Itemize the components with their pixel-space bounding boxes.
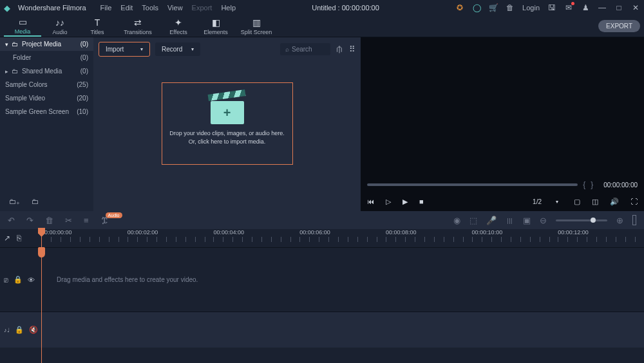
titlebar-right: ✪ ◯ 🛒 🗑 Login 🖫 ✉ ♟ — □ ✕ [455,3,640,12]
stop-icon[interactable]: ■ [419,198,424,205]
sidebar-item-project-media[interactable]: ▾ 🗀 Project Media (0) [0,37,93,51]
titles-icon: T [95,17,100,28]
tab-media[interactable]: ▭ Media [4,15,41,37]
track-lock-icon[interactable]: 🔒 [15,326,24,334]
trash-icon[interactable]: 🗑 [45,216,53,225]
undo-icon[interactable]: ↶ [8,216,15,225]
zoom-fit-icon[interactable] [632,215,636,225]
preview-panel: {} 00:00:00:00 ⏮ ▷ ▶ ■ 1/2 ▾ ▢ ◫ 🔊 ⛶ [361,37,644,211]
tab-transitions[interactable]: ⇄ Transitions [116,15,160,37]
timeline-link-icon[interactable]: ⎘ [17,234,21,243]
prev-frame-icon[interactable]: ⏮ [367,198,374,205]
sidebar-item-shared-media[interactable]: ▸ 🗀 Shared Media (0) [0,64,93,78]
window-close-icon[interactable]: ✕ [631,3,640,12]
delete-icon[interactable]: 🗑 [506,3,515,12]
sidebar-item-sample-video[interactable]: Sample Video (20) [0,91,93,105]
redo-icon[interactable]: ↷ [26,216,33,225]
fullscreen-icon[interactable]: ⛶ [630,198,638,205]
window-minimize-icon[interactable]: — [598,3,607,12]
preview-screen [361,37,644,178]
folder-icon: 🗀 [12,68,19,75]
audio-track-icon[interactable]: ♪♩ [4,327,10,333]
sidebar-footer: 🗀₊ 🗀 [0,192,48,211]
sidebar-item-sample-green-screen[interactable]: Sample Green Screen (10) [0,105,93,118]
media-sidebar: ▾ 🗀 Project Media (0) Folder (0) ▸ 🗀 Sha… [0,37,93,211]
effects-icon: ✦ [175,17,182,28]
filter-icon[interactable]: ⫛ [336,44,344,54]
track-visibility-icon[interactable]: 👁 [28,276,35,284]
media-content: Import ▾ Record ▾ ⌕ Search ⫛ ⠿ + Drop yo… [93,37,361,211]
scrubber-track[interactable] [367,183,578,186]
media-icon: ▭ [19,17,27,27]
menu-file[interactable]: File [100,4,112,12]
split-screen-icon: ▥ [252,17,261,28]
list-icon[interactable]: ≡ [84,216,89,225]
app-logo-icon: ◆ [4,3,10,13]
track-settings-icon[interactable]: ⎚ [4,276,8,284]
export-button[interactable]: EXPORT [598,20,640,32]
marker-icon[interactable]: ⬚ [469,216,477,225]
dropzone-text: Drop your video clips, images, or audio … [169,129,285,145]
render-icon[interactable]: ◉ [453,216,460,225]
audio-icon: ♪♪ [55,17,64,28]
zoom-in-icon[interactable]: ⊕ [616,216,623,225]
ruler-scale[interactable]: 00:00:00:00 00:00:02:00 00:00:04:00 00:0… [41,229,644,247]
timeline-ruler: ↗ ⎘ 00:00:00:00 00:00:02:00 00:00:04:00 … [0,229,644,247]
timeline-pointer-icon[interactable]: ↗ [4,234,10,243]
track-mute-icon[interactable]: 🔇 [29,326,38,334]
import-dropdown[interactable]: Import ▾ [99,42,150,57]
sidebar-item-folder[interactable]: Folder (0) [0,51,93,64]
quality-icon[interactable]: ◫ [592,198,598,206]
snap-icon[interactable]: ▣ [523,216,531,225]
record-dropdown[interactable]: Record ▾ [155,42,200,56]
track-lock-icon[interactable]: 🔒 [14,275,23,284]
save-icon[interactable]: 🖫 [547,3,556,12]
cut-icon[interactable]: ✂ [65,216,72,225]
volume-icon[interactable]: 🔊 [610,198,619,206]
mark-braces[interactable]: {} [583,180,598,189]
play-icon[interactable]: ▷ [386,198,391,206]
zoom-slider[interactable] [556,219,607,221]
menu-export[interactable]: Export [192,4,213,12]
tab-split-screen[interactable]: ▥ Split Screen [234,15,278,37]
media-dropzone[interactable]: + Drop your video clips, images, or audi… [162,82,293,165]
support-icon[interactable]: ◯ [472,3,481,12]
tab-audio[interactable]: ♪♪ Audio [41,15,79,37]
chevron-down-icon: ▾ [556,199,558,205]
preview-ratio-dropdown[interactable]: 1/2 ▾ [529,196,562,207]
mic-icon[interactable]: 🎤 [486,216,497,225]
premium-icon[interactable]: ✪ [455,3,464,12]
elements-icon: ◧ [212,17,220,28]
menu-edit[interactable]: Edit [120,4,133,12]
video-track-area[interactable]: Drag media and effects here to create yo… [41,248,644,312]
login-label[interactable]: Login [522,3,540,12]
open-folder-icon[interactable]: 🗀 [32,198,39,206]
tab-effects[interactable]: ✦ Effects [160,15,197,37]
menu-view[interactable]: View [167,4,183,12]
transitions-icon: ⇄ [134,17,142,28]
account-icon[interactable]: ♟ [581,3,590,12]
mixer-icon[interactable]: ⫼ [506,216,514,225]
playhead[interactable] [41,228,42,363]
tab-titles[interactable]: T Titles [79,15,116,37]
tab-elements[interactable]: ◧ Elements [197,15,234,37]
app-name: Wondershare Filmora [18,4,86,12]
next-frame-icon[interactable]: ▶ [402,198,408,206]
mail-icon[interactable]: ✉ [564,3,573,12]
folder-icon: 🗀 [12,41,19,48]
snapshot-icon[interactable]: ▢ [574,198,580,206]
titlebar: ◆ Wondershare Filmora File Edit Tools Vi… [0,0,644,15]
window-maximize-icon[interactable]: □ [614,3,623,12]
grid-view-icon[interactable]: ⠿ [349,44,355,54]
content-toolbar: Import ▾ Record ▾ ⌕ Search ⫛ ⠿ [93,37,361,60]
new-folder-icon[interactable]: 🗀₊ [9,198,20,206]
menu-tools[interactable]: Tools [142,4,158,12]
menu-help[interactable]: Help [221,4,236,12]
chevron-down-icon: ▾ [140,46,143,52]
cart-icon[interactable]: 🛒 [489,3,498,12]
sidebar-item-sample-colors[interactable]: Sample Colors (25) [0,78,93,91]
search-input[interactable]: ⌕ Search [280,43,330,55]
preview-controls: ⏮ ▷ ▶ ■ 1/2 ▾ ▢ ◫ 🔊 ⛶ [361,192,644,211]
zoom-out-icon[interactable]: ⊖ [540,216,547,225]
audio-waveform-icon[interactable]: ᎎAudio [100,216,109,225]
